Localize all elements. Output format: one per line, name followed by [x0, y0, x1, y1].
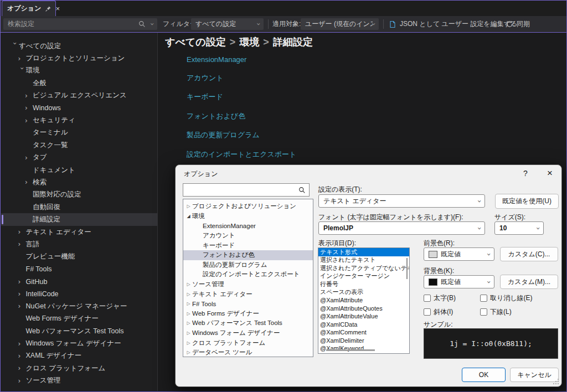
- settings-link[interactable]: アカウント: [187, 73, 296, 83]
- display-item[interactable]: スペースの表示: [318, 288, 409, 297]
- display-item[interactable]: @XamlAttributeValue: [318, 312, 409, 321]
- foreground-dropdown[interactable]: 既定値 ›: [424, 247, 494, 261]
- display-item[interactable]: 選択されたアクティブでないテキスト: [318, 264, 409, 272]
- tree-collapsed-icon[interactable]: ▷: [185, 331, 192, 336]
- dialog-tree-item[interactable]: 製品の更新プログラム: [183, 260, 313, 270]
- use-defaults-button[interactable]: 既定値を使用(U): [495, 194, 559, 209]
- resize-grip[interactable]: [553, 379, 559, 385]
- tree-collapsed-icon[interactable]: ▷: [185, 341, 192, 345]
- tree-collapsed-icon[interactable]: ▷: [185, 204, 192, 209]
- sidebar-item[interactable]: ›環境: [1, 65, 157, 77]
- sidebar-item[interactable]: ›テキスト エディター: [1, 226, 157, 238]
- display-item[interactable]: @XamlCData: [318, 321, 409, 329]
- settings-link[interactable]: フォントおよび色: [187, 111, 296, 121]
- display-item[interactable]: @XamlAttribute: [318, 296, 409, 305]
- display-item[interactable]: インジケーター マージン: [318, 272, 409, 281]
- dialog-tree-item[interactable]: 設定のインポートとエクスポート: [183, 270, 313, 280]
- chevron-down-icon[interactable]: ›: [12, 42, 18, 50]
- horizontal-scrollbar[interactable]: [326, 349, 375, 351]
- search-input[interactable]: 検索設定 ›: [3, 18, 157, 30]
- dialog-tree-item[interactable]: ▷F# Tools: [183, 299, 313, 309]
- sidebar-item[interactable]: ›タスク一覧: [1, 139, 157, 151]
- dialog-tree-item[interactable]: ◢環境: [183, 212, 313, 221]
- checkbox-box[interactable]: [480, 308, 487, 316]
- display-items-list[interactable]: テキスト形式選択されたテキスト選択されたアクティブでないテキストインジケーター …: [318, 247, 410, 354]
- vertical-scrollbar[interactable]: [406, 258, 408, 279]
- display-item[interactable]: @XamlKeyword: [318, 344, 409, 353]
- ok-button[interactable]: OK: [462, 368, 506, 382]
- chevron-right-icon[interactable]: ›: [18, 278, 26, 285]
- background-dropdown[interactable]: 既定値 ›: [424, 275, 494, 288]
- chevron-right-icon[interactable]: ›: [18, 55, 26, 62]
- tree-collapsed-icon[interactable]: ▷: [185, 350, 192, 355]
- sidebar-item[interactable]: ›タブ: [1, 152, 157, 164]
- display-item[interactable]: @XamlDelimiter: [318, 337, 409, 345]
- edit-json-button[interactable]: JSON として ユーザー 設定を編集する: [389, 16, 517, 32]
- display-item[interactable]: 行番号: [318, 280, 409, 288]
- chevron-right-icon[interactable]: ›: [18, 229, 26, 235]
- sidebar-item[interactable]: ›すべての設定: [1, 40, 157, 52]
- dialog-tree-item[interactable]: ▷プロジェクトおよびソリューション: [183, 202, 313, 212]
- settings-link[interactable]: 設定のインポートとエクスポート: [187, 149, 296, 159]
- tree-expanded-icon[interactable]: ◢: [185, 214, 192, 219]
- dialog-tree-item[interactable]: ▷データベース ツール: [183, 348, 313, 357]
- custom-foreground-button[interactable]: カスタム(C)...: [500, 247, 558, 261]
- display-item[interactable]: テキスト形式: [318, 248, 409, 256]
- close-icon[interactable]: ×: [55, 5, 60, 12]
- dialog-tree-item[interactable]: フォントおよび色: [183, 250, 313, 260]
- font-dropdown[interactable]: PlemolJP ›: [318, 221, 485, 235]
- chevron-right-icon[interactable]: ›: [18, 341, 26, 347]
- chevron-right-icon[interactable]: ›: [25, 105, 33, 111]
- tree-collapsed-icon[interactable]: ▷: [185, 282, 192, 287]
- display-item[interactable]: @XamlAttributeQuotes: [318, 305, 409, 313]
- settings-link[interactable]: キーボード: [187, 92, 296, 102]
- settings-link[interactable]: ExtensionManager: [187, 55, 296, 64]
- dialog-tree-item[interactable]: キーボード: [183, 240, 313, 250]
- tree-collapsed-icon[interactable]: ▷: [185, 301, 192, 306]
- sidebar-item[interactable]: ›セキュリティ: [1, 114, 157, 126]
- sidebar-item[interactable]: ›国際対応の設定: [1, 189, 157, 201]
- style-checkbox[interactable]: 斜体(I): [424, 305, 480, 319]
- sidebar-item[interactable]: ›Windows: [1, 102, 157, 114]
- help-button[interactable]: ?: [520, 168, 531, 179]
- sidebar-item[interactable]: ›F# Tools: [1, 263, 157, 275]
- sidebar-item[interactable]: ›GitHub: [1, 275, 157, 287]
- tab-options[interactable]: オプション ×: [2, 1, 56, 16]
- sidebar-item[interactable]: ›Web Forms デザイナー: [1, 313, 157, 325]
- sidebar-item[interactable]: ›プレビュー機能: [1, 251, 157, 263]
- sidebar-item[interactable]: ›全般: [1, 77, 157, 89]
- sidebar-item[interactable]: ›XAML デザイナー: [1, 350, 157, 362]
- pin-icon[interactable]: [45, 6, 51, 12]
- checkbox-box[interactable]: [424, 295, 431, 302]
- sidebar-item[interactable]: ›言語: [1, 238, 157, 250]
- display-item[interactable]: 選択されたテキスト: [318, 256, 409, 265]
- sidebar-item[interactable]: ›クロス プラットフォーム: [1, 362, 157, 374]
- sidebar-item[interactable]: ›Windows フォーム デザイナー: [1, 337, 157, 349]
- dialog-tree-item[interactable]: アカウント: [183, 231, 313, 241]
- settings-link[interactable]: 製品の更新プログラム: [187, 130, 296, 140]
- chevron-right-icon[interactable]: ›: [25, 92, 33, 99]
- tree-collapsed-icon[interactable]: ▷: [185, 292, 192, 297]
- sidebar-item[interactable]: ›ドキュメント: [1, 164, 157, 176]
- sidebar-item[interactable]: ›詳細設定: [1, 213, 157, 225]
- sidebar-item[interactable]: ›ソース管理: [1, 375, 157, 387]
- chevron-right-icon[interactable]: ›: [25, 154, 33, 161]
- chevron-down-icon[interactable]: ›: [149, 23, 156, 25]
- dialog-tree-item[interactable]: ▷ソース管理: [183, 280, 313, 290]
- sidebar-item[interactable]: ›自動回復: [1, 201, 157, 213]
- filter-dropdown[interactable]: すべての設定 ›: [191, 18, 264, 30]
- dialog-search-input[interactable]: [183, 183, 310, 197]
- sidebar-item[interactable]: ›プロジェクトとソリューション: [1, 52, 157, 64]
- chevron-right-icon[interactable]: ›: [18, 378, 26, 384]
- chevron-right-icon[interactable]: ›: [25, 179, 33, 185]
- dialog-tree-item[interactable]: ▷テキスト エディター: [183, 289, 313, 299]
- sidebar-item[interactable]: ›Web パフォーマンス Test Tools: [1, 325, 157, 337]
- chevron-right-icon[interactable]: ›: [18, 241, 26, 247]
- dialog-tree-item[interactable]: ▷クロス プラットフォーム: [183, 338, 313, 348]
- style-checkbox[interactable]: 下線(L): [480, 305, 558, 319]
- chevron-right-icon[interactable]: ›: [18, 365, 26, 372]
- checkbox-box[interactable]: [480, 295, 487, 302]
- sidebar-item[interactable]: ›検索: [1, 176, 157, 188]
- settings-view-dropdown[interactable]: テキスト エディター ›: [318, 194, 485, 208]
- tree-collapsed-icon[interactable]: ▷: [185, 321, 192, 326]
